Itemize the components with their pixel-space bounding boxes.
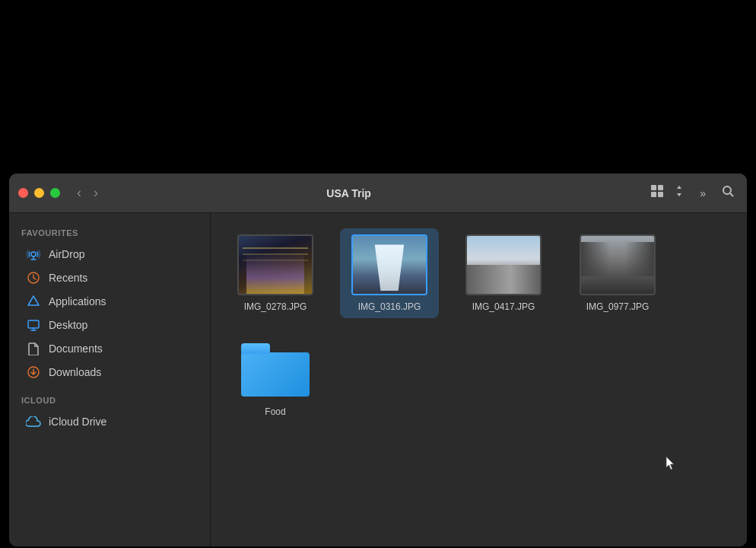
airdrop-icon <box>26 247 41 262</box>
file-label-img0316: IMG_0316.JPG <box>358 301 421 312</box>
svg-rect-8 <box>28 320 39 328</box>
sort-button[interactable] <box>671 182 688 204</box>
toolbar-right: » <box>646 180 738 206</box>
file-item-img0278[interactable]: IMG_0278.JPG <box>226 228 325 318</box>
sidebar-item-label: Downloads <box>49 366 101 378</box>
svg-point-6 <box>31 252 36 256</box>
search-button[interactable] <box>718 181 738 205</box>
more-button[interactable]: » <box>697 184 709 202</box>
sidebar-item-recents[interactable]: Recents <box>14 266 205 289</box>
svg-line-5 <box>730 193 733 196</box>
svg-rect-2 <box>651 192 656 197</box>
grid-view-button[interactable] <box>646 180 668 206</box>
sidebar-item-label: Documents <box>49 342 103 355</box>
finder-body: Favourites AirDrop <box>9 213 747 546</box>
thumbnail-img0417 <box>465 234 542 295</box>
view-toggle <box>646 180 688 206</box>
svg-rect-3 <box>658 192 663 197</box>
finder-window: ‹ › USA Trip » <box>9 174 747 546</box>
icloud-drive-icon <box>26 414 41 429</box>
thumbnail-img0977 <box>580 234 656 295</box>
downloads-icon <box>26 365 41 380</box>
file-label-food: Food <box>265 406 285 417</box>
sidebar-item-documents[interactable]: Documents <box>14 337 205 360</box>
documents-icon <box>26 341 41 356</box>
close-button[interactable] <box>18 188 28 198</box>
svg-rect-1 <box>658 185 663 190</box>
sidebar-item-airdrop[interactable]: AirDrop <box>14 243 205 266</box>
sidebar: Favourites AirDrop <box>9 213 211 546</box>
sidebar-item-applications[interactable]: Applications <box>14 290 205 313</box>
applications-icon <box>26 294 41 309</box>
sidebar-item-desktop[interactable]: Desktop <box>14 314 205 336</box>
minimize-button[interactable] <box>34 188 44 198</box>
sidebar-item-icloud-drive[interactable]: iCloud Drive <box>14 410 205 433</box>
sidebar-item-label: Desktop <box>49 319 87 331</box>
icloud-label: iCloud <box>9 393 210 409</box>
thumbnail-img0278 <box>237 234 313 295</box>
file-item-img0977[interactable]: IMG_0977.JPG <box>568 228 667 318</box>
sidebar-item-downloads[interactable]: Downloads <box>14 361 205 384</box>
main-content: IMG_0278.JPG IMG_0316.JPG IMG_0417.JPG <box>211 213 747 546</box>
file-label-img0278: IMG_0278.JPG <box>244 301 307 312</box>
recents-icon <box>26 270 41 285</box>
desktop-icon <box>26 317 41 333</box>
thumbnail-img0316 <box>351 234 427 295</box>
file-item-img0417[interactable]: IMG_0417.JPG <box>454 228 553 318</box>
file-label-img0417: IMG_0417.JPG <box>472 301 535 312</box>
svg-rect-0 <box>651 185 656 190</box>
sidebar-item-label: Recents <box>49 272 87 284</box>
folder-icon-food <box>237 339 313 400</box>
toolbar: ‹ › USA Trip » <box>9 174 747 213</box>
mouse-cursor <box>663 455 678 475</box>
file-item-img0316[interactable]: IMG_0316.JPG <box>340 228 439 318</box>
favourites-label: Favourites <box>9 225 210 242</box>
file-label-img0977: IMG_0977.JPG <box>586 301 650 312</box>
window-title: USA Trip <box>51 187 646 199</box>
sidebar-item-label: iCloud Drive <box>49 416 106 428</box>
svg-point-4 <box>723 186 731 194</box>
file-grid: IMG_0278.JPG IMG_0316.JPG IMG_0417.JPG <box>226 228 732 423</box>
sidebar-item-label: Applications <box>49 295 106 307</box>
file-item-food[interactable]: Food <box>226 333 325 423</box>
sidebar-item-label: AirDrop <box>49 248 84 260</box>
